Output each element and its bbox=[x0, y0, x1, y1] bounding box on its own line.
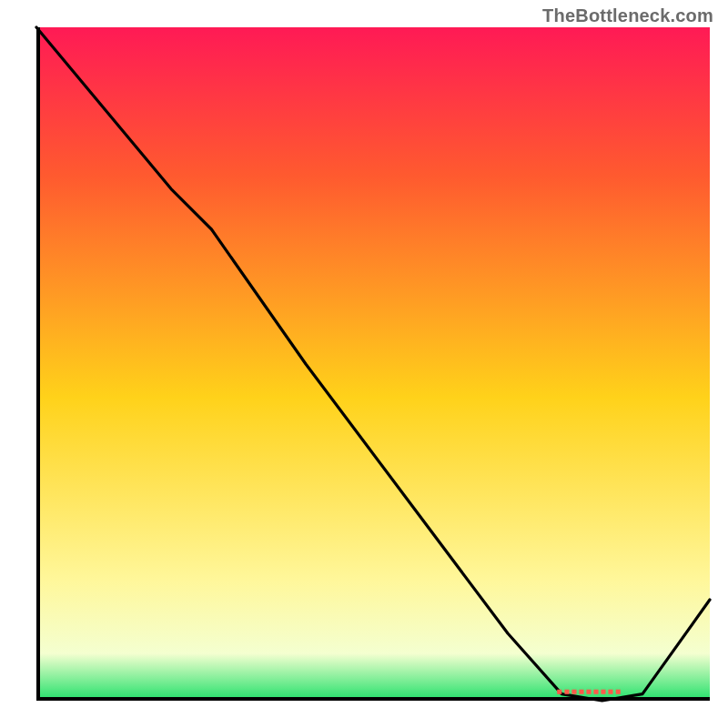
minimum-marker: ■■■■■■■■■ bbox=[557, 686, 622, 696]
plot-area: ■■■■■■■■■ bbox=[36, 27, 710, 701]
watermark-text: TheBottleneck.com bbox=[542, 5, 713, 26]
x-axis bbox=[36, 697, 710, 701]
line-series bbox=[36, 27, 710, 701]
series-path bbox=[36, 27, 710, 701]
y-axis bbox=[36, 27, 40, 701]
chart-frame: TheBottleneck.com ■■■■■■■■■ bbox=[0, 0, 728, 728]
